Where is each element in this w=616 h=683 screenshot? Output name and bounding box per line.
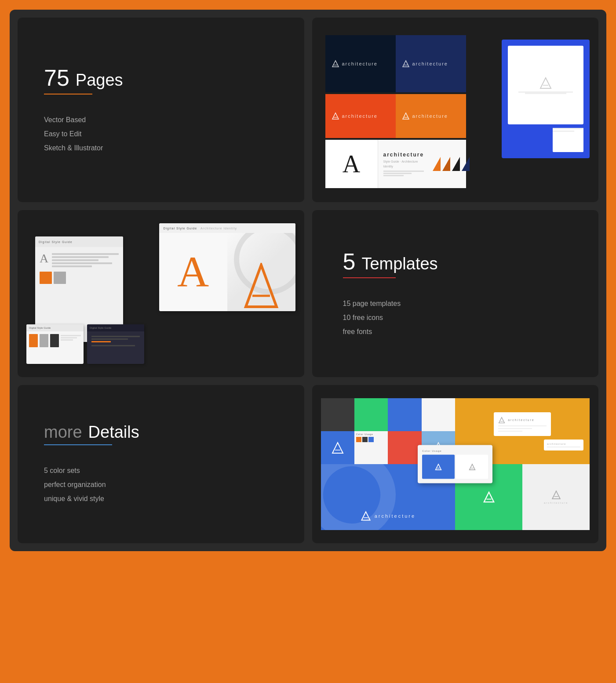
white-card-line-3: [498, 431, 522, 432]
templates-feature-1: 15 page templates: [343, 297, 568, 311]
brand-name-orange: architecture: [412, 113, 448, 119]
templates-number: 5: [343, 248, 356, 275]
brand-color-swatches: [429, 140, 473, 188]
pages-feature-3: Sketch & Illustrator: [44, 141, 278, 155]
brand-blocks: architecture architecture: [325, 35, 466, 185]
svg-marker-20: [484, 492, 493, 502]
templates-stat-line: 5 Templates: [343, 248, 568, 275]
white-card-header: architecture: [498, 417, 547, 424]
brand-name-dark: architecture: [342, 61, 378, 66]
svg-marker-8: [540, 78, 551, 88]
brand-white-card-small: [553, 128, 583, 152]
brand-layout: architecture architecture: [325, 35, 586, 185]
overlap-card-title: Color Usage: [422, 450, 488, 452]
svg-marker-22: [552, 491, 560, 499]
sg-bp1-header: Digital Style Guide: [26, 324, 84, 331]
sg-bp2-title: Digital Style Guide: [90, 327, 111, 329]
svg-marker-26: [469, 464, 475, 470]
white-card-arch-logo: [498, 417, 505, 424]
sg-main-logo-area: A: [159, 233, 227, 311]
arch-logo-icon-orange-red: [332, 112, 339, 120]
sg-bottom-page-1: Digital Style Guide: [26, 324, 84, 364]
sg-bp2-header: Digital Style Guide: [87, 324, 144, 331]
sg-bp1-content: [26, 331, 84, 350]
sg-bottom-page-2: Digital Style Guide: [87, 324, 144, 364]
white-card-line-1: [498, 425, 547, 426]
white-panel-name: architecture: [544, 501, 568, 504]
swatch-white: [422, 398, 455, 431]
color-guide-panel: Color Usage: [354, 431, 388, 464]
color-guide-swatches: [356, 437, 386, 442]
details-feature-3: unique & vivid style: [44, 492, 278, 506]
swatch-blue: [388, 398, 421, 431]
sg-swatch-dark: [50, 334, 59, 347]
swatch-black: [452, 157, 460, 171]
swatch-arch-logo: [331, 441, 344, 454]
sg-main-content: A: [159, 233, 295, 311]
sg-back-title: Digital Style Guide: [39, 240, 73, 243]
brand-name-orange-red: architecture: [342, 113, 378, 119]
blue-panel-logo: architecture: [361, 511, 416, 521]
svg-marker-6: [403, 113, 409, 119]
brand-bottom-logo: A: [325, 140, 378, 188]
color-guide-title: Color Usage: [356, 433, 386, 436]
pages-label: Pages: [76, 71, 123, 90]
pages-stat-line: 75 Pages: [44, 65, 278, 91]
brand-name-navy: architecture: [412, 61, 448, 66]
small-card-line: [547, 447, 580, 447]
cg-white-right-panel: architecture: [522, 464, 590, 530]
sg-main-header: Digital Style Guide Architecture Identit…: [159, 223, 295, 233]
cg-white-card-large: architecture: [494, 412, 551, 436]
overlap-white-panel: [456, 455, 488, 479]
pages-number: 75: [44, 65, 69, 91]
sg-text-lines: [52, 253, 119, 267]
templates-feature-3: free fonts: [343, 325, 568, 339]
brand-logo-orange: architecture: [402, 112, 448, 120]
brand-logo-orange-red: architecture: [332, 112, 378, 120]
blue-panel-name: architecture: [375, 513, 416, 519]
brand-dark-navy: architecture: [325, 35, 396, 92]
swatch-blue-2: [321, 431, 354, 464]
card-brand: architecture architecture: [312, 18, 599, 202]
big-a-letter: A: [343, 152, 360, 176]
details-label: Details: [88, 423, 139, 442]
svg-marker-10: [246, 265, 277, 307]
svg-marker-24: [436, 464, 441, 470]
details-features: 5 color sets perfect organization unique…: [44, 464, 278, 506]
details-feature-2: perfect organization: [44, 478, 278, 492]
guide-swatch-blue: [368, 437, 374, 442]
overlap-arch-logo-white: [469, 463, 476, 470]
pages-feature-1: Vector Based: [44, 113, 278, 127]
sg-big-a-letter: A: [177, 250, 209, 294]
green-panel-arch-logo: [483, 491, 495, 503]
swatch-red: [388, 431, 421, 464]
blue-panel-arch-icon: [361, 511, 371, 521]
templates-label: Templates: [361, 254, 437, 273]
brand-orange-red: architecture: [325, 94, 396, 138]
details-stat-line: more Details: [44, 423, 278, 442]
sg-main-subtitle: Architecture Identity: [200, 227, 237, 230]
sg-arch-outline: [244, 263, 279, 311]
sg-small-a: A: [40, 251, 48, 267]
styleguide-layout: Digital Style Guide A: [26, 223, 295, 364]
overlap-arch-logo-blue: [435, 463, 442, 470]
sg-back-content: A: [35, 247, 123, 272]
brand-bottom-row: A architecture Style Guide · Architectur…: [325, 140, 466, 188]
color-grid: Color Usage architecture: [321, 398, 590, 530]
card-templates: 5 Templates 15 page templates 10 free ic…: [312, 210, 599, 377]
brand-logo-dark: architecture: [332, 60, 378, 68]
arch-logo-icon-orange: [402, 112, 410, 120]
swatch-dark-orange: [442, 157, 450, 171]
guide-swatch-orange: [356, 437, 361, 442]
overlap-blue-panel: [422, 455, 455, 479]
brand-right-panel: [502, 40, 590, 158]
brand-white-card-large: [508, 46, 583, 124]
brand-bottom-text: architecture Style Guide · Architecture …: [378, 140, 430, 188]
brand-navy: architecture: [396, 35, 466, 92]
details-number: more: [44, 423, 82, 442]
templates-feature-2: 10 free icons: [343, 311, 568, 325]
card-styleguide: Digital Style Guide A: [18, 210, 304, 377]
details-feature-1: 5 color sets: [44, 464, 278, 478]
swatch-orange: [433, 157, 441, 171]
brand-description: Style Guide · Architecture Identity: [383, 160, 424, 169]
